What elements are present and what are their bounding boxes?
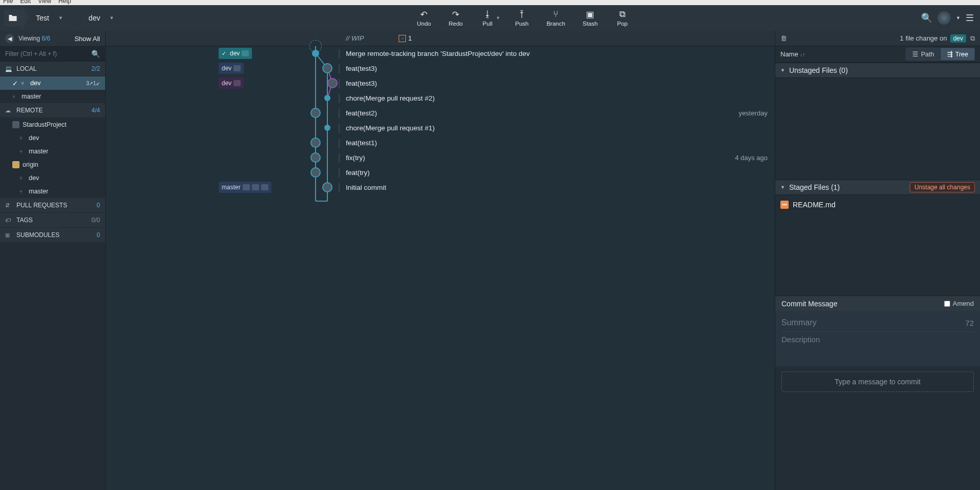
remote-origin-master[interactable]: ⑂master: [0, 185, 105, 198]
wip-file-count: − 1: [399, 34, 411, 42]
commit-button[interactable]: Type a message to commit: [781, 371, 974, 392]
chevron-down-icon: ▼: [109, 15, 114, 21]
pull-icon: ⭳: [483, 9, 492, 19]
branch-icon: ⑂: [19, 135, 26, 141]
commit-row[interactable]: chore(Merge pull request #2): [106, 91, 775, 106]
remote-origin[interactable]: origin: [0, 158, 105, 171]
branch-tag[interactable]: dev: [219, 77, 244, 89]
staged-header[interactable]: ▼ Staged Files (1) Unstage all changes: [775, 180, 980, 195]
avatar-dropdown-icon[interactable]: ▼: [956, 15, 961, 21]
cloud-icon: ☁: [5, 107, 13, 114]
sidebar: ◀ Viewing 6/6 Show All 🔍 💻 LOCAL 2/2 ✓⑂ …: [0, 31, 106, 490]
staged-file[interactable]: ••• README.md: [780, 198, 975, 211]
commit-row[interactable]: feat(test3): [106, 61, 775, 76]
commit-row[interactable]: feat(test3): [106, 76, 775, 91]
show-all-button[interactable]: Show All: [74, 35, 100, 43]
menubar: File Edit View Help: [0, 0, 980, 5]
commit-row[interactable]: feat(test2)yesterday: [106, 106, 775, 121]
view-tree-toggle[interactable]: ⇶Tree: [941, 48, 975, 61]
undo-icon: ↶: [420, 9, 427, 19]
branch-icon: ⑂: [19, 149, 26, 154]
remote-stardust-dev[interactable]: ⑂dev: [0, 131, 105, 145]
section-pull-requests[interactable]: ⇵ PULL REQUESTS 0: [0, 198, 105, 213]
description-input[interactable]: [781, 335, 974, 360]
chevron-down-icon: ▼: [780, 68, 785, 73]
local-branch-dev[interactable]: ✓⑂ dev 3↗1↙: [0, 76, 105, 90]
breadcrumb-branch[interactable]: dev▼: [84, 5, 126, 31]
chevron-down-icon: ▼: [58, 15, 63, 21]
pop-icon: ⧉: [619, 9, 625, 19]
unstaged-header[interactable]: ▼ Unstaged Files (0): [775, 63, 980, 78]
right-panel: 🗑 1 file change on dev ⧉ Name ↓↑ ☰Path ⇶…: [775, 31, 980, 490]
sort-icon: ↓↑: [800, 52, 805, 57]
branch-icon: ⑂: [553, 9, 558, 19]
sort-name-label[interactable]: Name ↓↑: [780, 50, 805, 58]
summary-input[interactable]: [781, 318, 965, 327]
push-button[interactable]: ⭱Push: [509, 7, 534, 29]
tree-icon: ⇶: [947, 50, 953, 58]
branch-icon: ⑂: [19, 175, 26, 181]
search-icon[interactable]: 🔍: [91, 50, 100, 58]
trash-icon[interactable]: 🗑: [780, 34, 787, 42]
hamburger-icon[interactable]: ☰: [966, 12, 974, 24]
menu-help[interactable]: Help: [58, 0, 71, 5]
branch-tag[interactable]: dev: [219, 48, 252, 59]
remote-icon: [12, 121, 19, 128]
file-change-summary: 1 file change on dev: [900, 34, 966, 43]
char-count: 72: [965, 319, 974, 327]
undo-button[interactable]: ↶Undo: [411, 7, 436, 29]
submodule-icon: ⊞: [5, 232, 13, 239]
commit-row[interactable]: Initial commit: [106, 180, 775, 195]
commit-graph: // WIP − 1: [106, 31, 775, 490]
commit-row[interactable]: chore(Merge pull request #1): [106, 121, 775, 135]
menu-file[interactable]: File: [3, 0, 13, 5]
back-button[interactable]: ◀: [5, 34, 14, 43]
pull-dropdown-icon[interactable]: ▼: [496, 15, 500, 21]
chevron-down-icon: ▼: [780, 185, 785, 190]
list-icon: ☰: [912, 50, 918, 58]
wip-label: // WIP: [346, 34, 364, 42]
unstaged-files-list: [775, 78, 980, 180]
toolbar: Test▼ dev▼ ↶Undo ↷Redo ⭳Pull ▼ ⭱Push ⑂Br…: [0, 5, 980, 31]
amend-checkbox[interactable]: Amend: [944, 300, 974, 307]
redo-icon: ↷: [452, 9, 459, 19]
filter-input[interactable]: [5, 50, 91, 57]
commit-row[interactable]: fix(try)4 days ago: [106, 150, 775, 165]
remote-stardust-master[interactable]: ⑂master: [0, 145, 105, 158]
section-remote[interactable]: ☁ REMOTE 4/4: [0, 103, 105, 118]
commit-row[interactable]: feat(try): [106, 165, 775, 180]
view-path-toggle[interactable]: ☰Path: [906, 48, 941, 61]
search-icon[interactable]: 🔍: [921, 12, 932, 24]
unstage-all-button[interactable]: Unstage all changes: [910, 182, 975, 192]
section-submodules[interactable]: ⊞ SUBMODULES 0: [0, 228, 105, 243]
branch-button[interactable]: ⑂Branch: [541, 7, 570, 29]
push-icon: ⭱: [518, 9, 526, 19]
commit-row[interactable]: Merge remote-tracking branch 'StardustPr…: [106, 46, 775, 61]
stash-button[interactable]: ▣Stash: [578, 7, 603, 29]
section-tags[interactable]: 🏷 TAGS 0/0: [0, 213, 105, 228]
menu-view[interactable]: View: [38, 0, 51, 5]
repo-folder-icon[interactable]: [4, 9, 22, 27]
local-branch-master[interactable]: ⑂ master: [0, 90, 105, 103]
remote-origin-dev[interactable]: ⑂dev: [0, 171, 105, 185]
avatar[interactable]: [937, 11, 951, 25]
viewing-label: Viewing 6/6: [18, 35, 50, 42]
tag-icon: 🏷: [5, 217, 13, 223]
redo-button[interactable]: ↷Redo: [443, 7, 468, 29]
laptop-icon: 💻: [5, 66, 13, 72]
modified-icon: •••: [780, 201, 789, 209]
menu-edit[interactable]: Edit: [20, 0, 31, 5]
breadcrumb-repo[interactable]: Test▼: [31, 5, 74, 31]
remote-icon: [12, 161, 19, 168]
section-local[interactable]: 💻 LOCAL 2/2: [0, 62, 105, 76]
staged-files-list: ••• README.md: [775, 195, 980, 296]
commit-message-label: Commit Message: [781, 300, 837, 308]
branch-tag[interactable]: dev: [219, 63, 244, 74]
branch-tag[interactable]: master: [219, 182, 271, 193]
commit-row[interactable]: feat(test1): [106, 135, 775, 150]
modified-icon: −: [399, 35, 406, 42]
remote-stardust[interactable]: StardustProject: [0, 118, 105, 131]
branch-icon: ⑂: [19, 189, 26, 194]
pop-button[interactable]: ⧉Pop: [610, 7, 635, 29]
popout-icon[interactable]: ⧉: [970, 34, 975, 43]
